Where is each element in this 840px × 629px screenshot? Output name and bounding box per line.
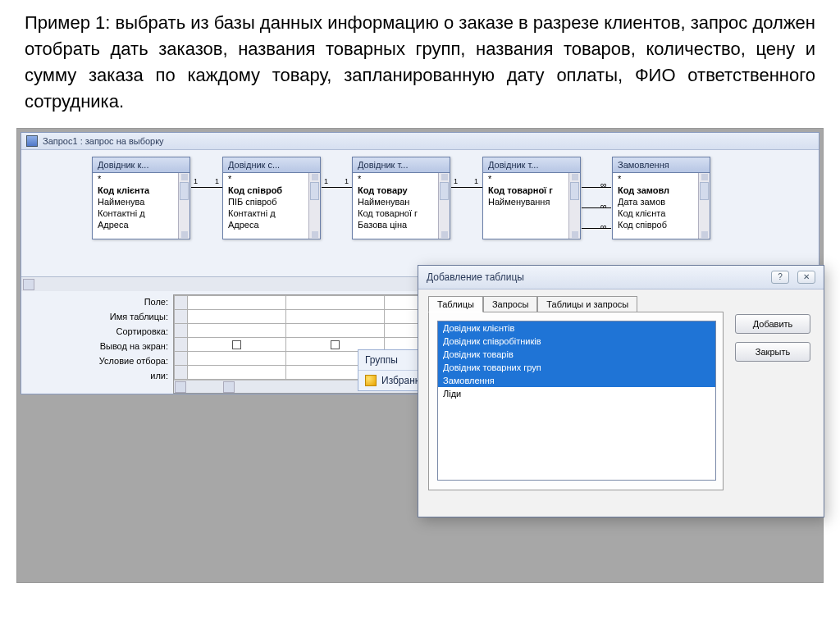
relationship-cardinality-many: ∞ [600,221,607,231]
field-item[interactable]: * [93,173,189,185]
design-grid-row-labels: Поле:Имя таблицы:Сортировка:Вывод на экр… [21,291,173,394]
field-list-scrollbar[interactable] [308,173,320,239]
field-item[interactable]: Код товарної г [353,207,450,219]
field-item[interactable]: ПІБ співроб [223,196,320,207]
grid-row-label: или: [21,368,168,383]
field-item[interactable]: * [223,173,320,185]
field-list[interactable]: *Код співробПІБ співробКонтактні дАдреса [223,173,320,239]
add-button[interactable]: Добавить [735,314,810,334]
relationship-cardinality-one: 1 [454,177,458,185]
field-item[interactable]: Код співроб [613,219,710,230]
field-list-scrollbar[interactable] [568,173,580,239]
field-item[interactable]: Контактні д [93,207,189,219]
page-description: Пример 1: выбрать из базы данных информа… [0,0,840,128]
scroll-left-arrow-icon[interactable] [23,279,34,290]
field-list-scrollbar[interactable] [178,173,189,239]
field-item[interactable]: * [483,173,580,185]
list-item[interactable]: Ліди [438,387,715,400]
table-header[interactable]: Замовлення [613,157,710,173]
table-box[interactable]: Довідник т...*Код товарної гНайменування [482,157,581,239]
field-list-scrollbar[interactable] [438,173,450,239]
tab-tables[interactable]: Таблицы [428,296,483,312]
tables-diagram-pane[interactable]: 1 1 1 1 1 1 ∞ ∞ ∞ Довідник к...*Код кліє… [21,150,819,276]
relationship-line [451,187,482,188]
show-checkbox[interactable] [331,340,340,349]
field-list[interactable]: *Код замовлДата замовКод клієнтаКод спів… [613,173,710,239]
close-button[interactable]: Закрыть [735,342,810,362]
show-checkbox[interactable] [232,340,241,349]
relationship-cardinality-one: 1 [215,177,219,185]
field-item[interactable]: Код замовл [613,185,710,196]
table-header[interactable]: Довідник с... [223,157,320,173]
table-header[interactable]: Довідник к... [93,157,189,173]
list-item[interactable]: Довідник товарних груп [438,361,715,374]
field-item[interactable]: Код співроб [223,185,320,196]
field-item[interactable]: Адреса [223,219,320,230]
field-item[interactable]: * [353,173,450,185]
query-title: Запрос1 : запрос на выборку [43,136,164,146]
table-box[interactable]: Довідник к...*Код клієнтаНайменуваКонтак… [92,157,190,239]
query-window-icon [26,135,38,147]
table-header[interactable]: Довідник т... [483,157,580,173]
field-item[interactable]: Адреса [93,219,189,230]
field-item[interactable]: Контактні д [223,207,320,219]
field-item[interactable]: Код товарної г [483,185,580,196]
list-item[interactable]: Довідник співробітників [438,335,715,348]
field-item[interactable]: Найменува [93,196,189,207]
grid-row-label: Условие отбора: [21,353,168,368]
relationship-cardinality-one: 1 [194,177,198,185]
dialog-titlebar[interactable]: Добавление таблицы ? ✕ [418,266,824,289]
list-item[interactable]: Довідник товарів [438,348,715,361]
relationship-cardinality-one: 1 [474,177,478,185]
field-item[interactable]: Найменування [483,196,580,207]
relationship-cardinality-one: 1 [324,177,328,185]
app-shell: Запрос1 : запрос на выборку 1 1 1 1 1 1 … [16,128,824,583]
relationship-line [322,187,353,188]
field-item[interactable]: Базова ціна [353,219,450,230]
table-box[interactable]: Довідник с...*Код співробПІБ співробКонт… [222,157,321,239]
tab-queries[interactable]: Запросы [483,296,537,312]
tab-both[interactable]: Таблицы и запросы [537,296,637,312]
field-list[interactable]: *Код товарної гНайменування [483,173,580,239]
list-item[interactable]: Замовлення [438,374,715,387]
field-item[interactable]: Код клієнта [93,185,189,196]
field-list-scrollbar[interactable] [698,173,710,239]
grid-row-label: Вывод на экран: [21,339,168,353]
dialog-close-button[interactable]: ✕ [797,271,815,284]
query-titlebar[interactable]: Запрос1 : запрос на выборку [21,133,819,150]
grid-row-label: Имя таблицы: [21,309,168,324]
scroll-left-arrow-icon[interactable] [175,381,186,393]
field-list[interactable]: *Код товаруНайменуванКод товарної гБазов… [353,173,450,239]
grid-row-label: Сортировка: [21,324,168,339]
add-table-dialog: Добавление таблицы ? ✕ Таблицы Запросы Т… [418,265,824,517]
tables-listbox[interactable]: Довідник клієнтівДовідник співробітників… [437,321,716,481]
nav-groups-label: Группы [365,354,398,366]
dialog-title: Добавление таблицы [427,271,524,283]
table-box[interactable]: Довідник т...*Код товаруНайменуванКод то… [352,157,450,239]
field-item[interactable]: Код товару [353,185,450,196]
dialog-tabs: Таблицы Запросы Таблицы и запросы [428,296,724,312]
dialog-help-button[interactable]: ? [771,271,789,284]
relationship-cardinality-one: 1 [345,177,349,185]
relationship-cardinality-many: ∞ [600,180,607,189]
field-item[interactable]: * [613,173,710,185]
grid-row-label: Поле: [21,294,168,309]
field-item[interactable]: Код клієнта [613,207,710,219]
list-item[interactable]: Довідник клієнтів [438,321,715,335]
relationship-line [191,187,222,188]
field-list[interactable]: *Код клієнтаНайменуваКонтактні дАдреса [93,173,189,239]
field-item[interactable]: Дата замов [613,196,710,207]
table-box[interactable]: Замовлення*Код замовлДата замовКод клієн… [612,157,710,239]
relationship-cardinality-many: ∞ [600,201,607,211]
table-header[interactable]: Довідник т... [353,157,450,173]
field-item[interactable]: Найменуван [353,196,450,207]
scroll-right-arrow-icon[interactable] [223,381,235,393]
star-icon [365,375,377,386]
tab-panel: Довідник клієнтівДовідник співробітників… [428,312,724,490]
